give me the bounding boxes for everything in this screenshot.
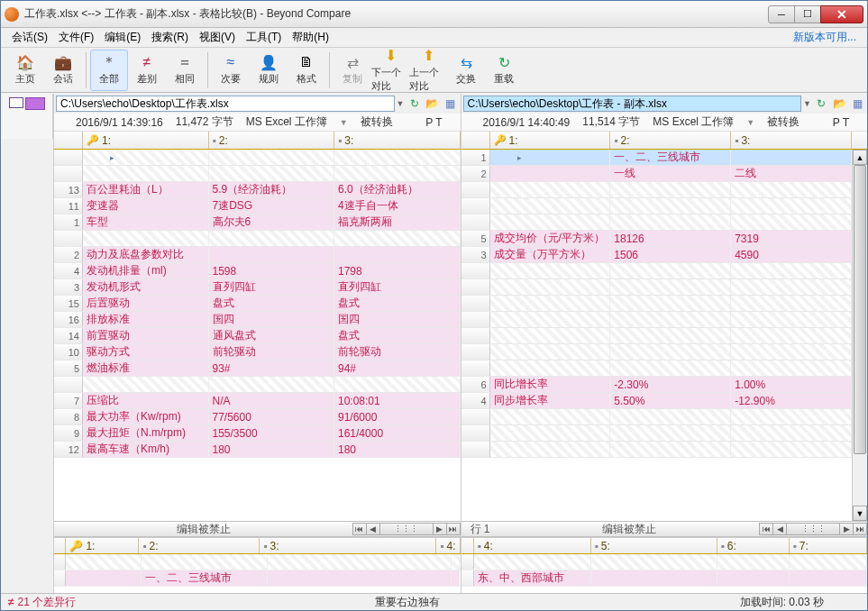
table-row[interactable] (461, 360, 853, 377)
close-button[interactable]: ✕ (820, 5, 863, 23)
scroll-right[interactable]: ▶ (839, 523, 854, 535)
maximize-button[interactable]: ☐ (794, 5, 821, 23)
table-row[interactable]: 15后置驱动盘式盘式 (54, 296, 461, 312)
menu-file[interactable]: 文件(F) (53, 28, 99, 47)
table-row[interactable] (461, 279, 853, 296)
open-folder-button[interactable]: 📂 (425, 96, 441, 112)
table-row[interactable]: 6同比增长率-2.30%1.00% (461, 377, 853, 393)
menu-session[interactable]: 会话(S) (6, 28, 53, 47)
right-grid[interactable]: 1一、二、三线城市2一线二线5成交均价（元/平方米）1812673193成交量（… (461, 150, 868, 521)
scroll-right-end[interactable]: ⏭ (853, 523, 867, 535)
table-row[interactable] (54, 150, 461, 166)
table-row[interactable] (461, 198, 853, 214)
sheet-row[interactable]: 东、中、西部城市 (461, 570, 868, 587)
scroll-up[interactable]: ▲ (853, 150, 867, 165)
table-row[interactable] (461, 328, 853, 344)
tool-prev[interactable]: ⬆上一个对比 (409, 50, 447, 91)
table-row[interactable]: 8最大功率（Kw/rpm)77/560091/6000 (54, 409, 461, 425)
explorer-button[interactable]: ▦ (849, 96, 865, 112)
scroll-thumb[interactable]: ⋮⋮⋮ (379, 523, 434, 535)
minimize-button[interactable]: ─ (768, 5, 795, 23)
table-row[interactable]: 3成交量（万平方米）15064590 (461, 247, 853, 263)
scroll-right[interactable]: ▶ (433, 523, 447, 535)
dropdown-icon[interactable]: ▼ (397, 99, 405, 108)
menu-help[interactable]: 帮助(H) (287, 28, 334, 47)
table-row[interactable]: 4同步增长率5.50%-12.90% (461, 393, 853, 409)
left-col-2[interactable]: ▪2: (209, 132, 335, 149)
right-col-1[interactable]: 🔑1: (490, 132, 611, 149)
open-folder-button[interactable]: 📂 (831, 96, 847, 112)
tool-diff[interactable]: ≠差别 (128, 50, 166, 91)
table-row[interactable]: 5燃油标准93#94# (54, 360, 461, 377)
table-row[interactable] (461, 409, 853, 425)
sheet-row[interactable] (461, 554, 868, 570)
dropdown-icon[interactable]: ▼ (803, 99, 811, 108)
table-row[interactable]: 1车型高尔夫6福克斯两厢 (54, 214, 461, 231)
refresh-button[interactable]: ↻ (813, 96, 829, 112)
tool-rules[interactable]: 👤规则 (250, 50, 288, 91)
scroll-left-start[interactable]: ⏮ (759, 523, 773, 535)
menu-view[interactable]: 视图(V) (194, 28, 241, 47)
table-row[interactable]: 9最大扭矩（N.m/rpm)155/3500161/4000 (54, 425, 461, 442)
table-row[interactable]: 3发动机形式直列四缸直列四缸 (54, 279, 461, 296)
table-row[interactable]: 5成交均价（元/平方米）181267319 (461, 231, 853, 247)
left-col-1[interactable]: 🔑1: (83, 132, 209, 149)
tool-next[interactable]: ⬇下一个对比 (371, 50, 409, 91)
left-grid[interactable]: 13百公里耗油（L）5.9（经济油耗）6.0（经济油耗）11变速器7速DSG4速… (54, 150, 461, 521)
table-row[interactable] (54, 377, 461, 393)
menu-edit[interactable]: 编辑(E) (99, 28, 146, 47)
table-row[interactable]: 1一、二、三线城市 (461, 150, 853, 166)
tool-reload[interactable]: ↻重载 (485, 50, 523, 91)
explorer-button[interactable]: ▦ (443, 96, 459, 112)
right-path-input[interactable] (463, 96, 802, 112)
table-row[interactable] (461, 442, 853, 458)
table-row[interactable]: 13百公里耗油（L）5.9（经济油耗）6.0（经济油耗） (54, 182, 461, 198)
thumbnail-icon[interactable] (9, 97, 23, 108)
table-row[interactable] (54, 166, 461, 182)
table-row[interactable]: 2一线二线 (461, 166, 853, 182)
right-col-3[interactable]: ▪3: (731, 132, 852, 149)
menu-search[interactable]: 搜索(R) (146, 28, 194, 47)
tool-format[interactable]: 🗎格式 (288, 50, 325, 91)
table-row[interactable] (54, 231, 461, 247)
cell: 前轮驱动 (334, 344, 461, 360)
cell: 后置驱动 (83, 296, 209, 311)
tool-swap[interactable]: ⇆交换 (447, 50, 485, 91)
scroll-left[interactable]: ◀ (366, 523, 380, 535)
table-row[interactable] (461, 263, 853, 279)
tool-home[interactable]: 🏠主页 (6, 50, 44, 91)
scroll-down[interactable]: ▼ (853, 506, 867, 521)
table-row[interactable] (461, 182, 853, 198)
right-col-2[interactable]: ▪2: (610, 132, 731, 149)
refresh-button[interactable]: ↻ (407, 96, 423, 112)
tool-session[interactable]: 💼会话 (44, 50, 82, 91)
tool-minor[interactable]: ≈次要 (212, 50, 250, 91)
table-row[interactable] (461, 425, 853, 442)
table-row[interactable] (461, 344, 853, 360)
table-row[interactable]: 14前置驱动通风盘式盘式 (54, 328, 461, 344)
scroll-right-end[interactable]: ⏭ (446, 523, 461, 535)
table-row[interactable] (461, 296, 853, 312)
scroll-left-start[interactable]: ⏮ (352, 523, 367, 535)
scroll-left[interactable]: ◀ (772, 523, 787, 535)
table-row[interactable]: 10驱动方式前轮驱动前轮驱动 (54, 344, 461, 360)
table-row[interactable]: 7压缩比N/A10:08:01 (54, 393, 461, 409)
menu-tools[interactable]: 工具(T) (241, 28, 287, 47)
sheet-thumb-icon[interactable] (25, 97, 45, 110)
table-row[interactable]: 2动力及底盘参数对比 (54, 247, 461, 263)
scroll-thumb[interactable]: ⋮⋮⋮ (786, 523, 840, 535)
vertical-scrollbar[interactable]: ▲ ▼ (852, 150, 867, 521)
table-row[interactable] (461, 312, 853, 328)
left-col-3[interactable]: ▪3: (334, 132, 461, 149)
table-row[interactable]: 11变速器7速DSG4速手自一体 (54, 198, 461, 214)
update-link[interactable]: 新版本可用... (788, 28, 862, 47)
sheet-row[interactable]: 一、二、三线城市 (54, 570, 461, 587)
tool-all[interactable]: ＊全部 (90, 50, 128, 91)
table-row[interactable]: 12最高车速（Km/h)180180 (54, 442, 461, 458)
table-row[interactable] (461, 214, 853, 231)
tool-same[interactable]: ＝相同 (166, 50, 204, 91)
sheet-row[interactable] (54, 554, 461, 570)
left-path-input[interactable] (56, 96, 395, 112)
table-row[interactable]: 4发动机排量（ml)15981798 (54, 263, 461, 279)
table-row[interactable]: 16排放标准国四国四 (54, 312, 461, 328)
